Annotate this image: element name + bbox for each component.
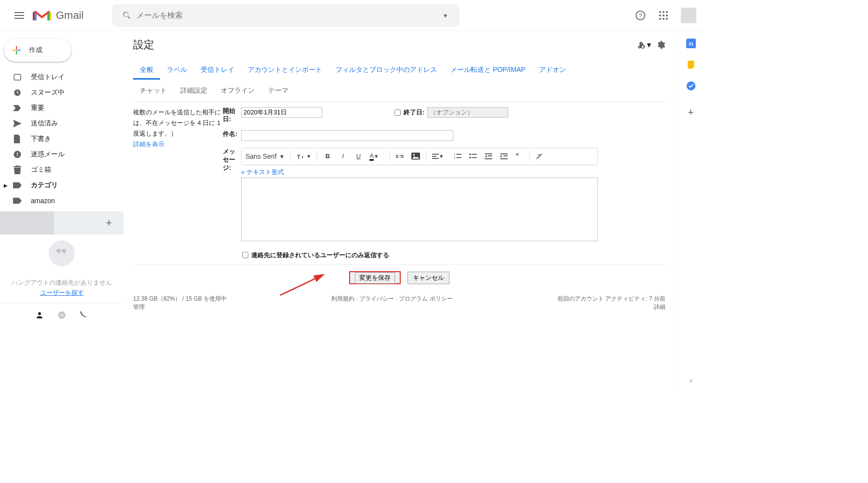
sidebar-item-drafts[interactable]: 下書き	[0, 131, 118, 147]
tab-general[interactable]: 全般	[133, 62, 160, 80]
start-date-label: 開始日:	[223, 107, 241, 124]
remove-format-button[interactable]: T	[533, 150, 547, 163]
link-button[interactable]	[393, 150, 407, 163]
hangouts-chat-icon[interactable]: 99	[57, 311, 66, 319]
sidebar-item-spam[interactable]: !迷惑メール	[0, 147, 118, 162]
support-button[interactable]: ?	[631, 6, 650, 25]
tab-offline[interactable]: オフライン	[214, 83, 261, 99]
underline-button[interactable]: U	[351, 150, 366, 163]
sidebar-item-snoozed[interactable]: スヌーズ中	[0, 85, 118, 100]
contacts-only-checkbox[interactable]	[242, 252, 248, 258]
sidebar-item-categories[interactable]: ▸カテゴリ	[0, 178, 118, 193]
quote-button[interactable]: ”	[512, 150, 527, 163]
text-format-link[interactable]: « テキスト形式	[241, 168, 284, 177]
svg-text:T: T	[301, 155, 304, 160]
message-textarea[interactable]	[241, 178, 598, 241]
hangouts-find-users-link[interactable]: ユーザーを探す	[0, 289, 123, 297]
end-date-input	[427, 107, 508, 118]
svg-rect-12	[17, 50, 21, 51]
svg-rect-32	[472, 154, 477, 155]
hangouts-quote-icon	[49, 240, 75, 266]
sidebar-item-amazon[interactable]: amazon	[0, 193, 118, 208]
gmail-logo[interactable]: Gmail	[33, 9, 83, 22]
caret-right-icon: ▸	[4, 181, 11, 189]
hangouts-phone-icon[interactable]	[80, 311, 88, 319]
terms-link[interactable]: 利用規約	[331, 295, 354, 302]
svg-point-3	[663, 11, 665, 13]
privacy-link[interactable]: プライバシー	[359, 295, 394, 302]
vacation-details-link[interactable]: 詳細を表示	[133, 140, 164, 148]
end-date-label: 終了日:	[404, 108, 424, 117]
tab-themes[interactable]: テーマ	[261, 83, 295, 99]
indent-more-button[interactable]	[497, 150, 511, 163]
subject-label: 件名:	[223, 130, 241, 138]
vacation-helper-text: 複数のメールを送信した相手には、不在メッセージを 4 日に 1 度返します。）	[133, 109, 221, 137]
activity-details-link[interactable]: 詳細	[654, 304, 665, 310]
tab-forwarding[interactable]: メール転送と POP/IMAP	[444, 62, 532, 80]
label-icon	[13, 196, 22, 206]
compose-label: 作成	[29, 46, 42, 55]
tab-chat[interactable]: チャット	[133, 83, 174, 99]
end-date-checkbox[interactable]	[394, 110, 401, 116]
save-button[interactable]: 変更を保存	[355, 272, 395, 284]
font-family-select[interactable]: Sans Serif ▾	[245, 152, 287, 160]
main-menu-button[interactable]	[8, 4, 31, 27]
text-color-button[interactable]: A▾	[366, 150, 387, 163]
apps-grid-button[interactable]	[654, 6, 673, 25]
manage-storage-link[interactable]: 管理	[133, 304, 145, 310]
gmail-text: Gmail	[56, 9, 83, 22]
tab-advanced[interactable]: 詳細設定	[174, 83, 214, 99]
svg-point-8	[659, 18, 661, 20]
policies-link[interactable]: プログラム ポリシー	[399, 295, 452, 302]
get-addons-button[interactable]: +	[688, 106, 694, 119]
sidebar-item-important[interactable]: 重要	[0, 100, 118, 116]
calendar-addon-icon[interactable]: 31	[686, 39, 696, 48]
svg-point-2	[659, 11, 661, 13]
trash-icon	[13, 165, 22, 175]
hangouts-user-row: +	[0, 211, 123, 235]
account-avatar[interactable]	[681, 8, 696, 23]
keep-addon-icon[interactable]	[686, 60, 696, 69]
tab-addons[interactable]: アドオン	[532, 62, 573, 80]
align-button[interactable]: ▾	[429, 150, 449, 163]
tab-accounts[interactable]: アカウントとインポート	[241, 62, 329, 80]
svg-point-19	[38, 312, 41, 315]
indent-less-button[interactable]	[481, 150, 496, 163]
svg-rect-28	[457, 154, 461, 155]
hangouts-new-button[interactable]: +	[106, 217, 112, 229]
settings-gear-icon[interactable]	[656, 40, 665, 50]
compose-button[interactable]: 作成	[4, 39, 71, 62]
input-method-indicator[interactable]: あ ▾	[638, 41, 651, 50]
svg-text:99: 99	[59, 313, 64, 317]
collapse-sidepanel-button[interactable]: ›	[690, 376, 692, 384]
numbered-list-button[interactable]: 12	[450, 150, 465, 163]
sent-icon	[13, 119, 22, 128]
svg-text:2: 2	[454, 156, 456, 159]
search-input[interactable]	[136, 11, 435, 20]
tab-filters[interactable]: フィルタとブロック中のアドレス	[329, 62, 444, 80]
bold-button[interactable]: B	[320, 150, 335, 163]
search-icon[interactable]	[117, 6, 136, 25]
svg-rect-13	[16, 51, 17, 55]
sidebar-item-sent[interactable]: 送信済み	[0, 116, 118, 131]
search-options-dropdown[interactable]: ▾	[435, 12, 455, 19]
tasks-addon-icon[interactable]	[686, 81, 696, 91]
important-icon	[13, 103, 22, 113]
cancel-button[interactable]: キャンセル	[407, 272, 449, 284]
tab-inbox[interactable]: 受信トレイ	[194, 62, 241, 80]
font-size-button[interactable]: TT▾	[294, 150, 314, 163]
storage-text: 12.38 GB（82%） / 15 GB を使用中	[133, 295, 227, 302]
subject-input[interactable]	[241, 130, 453, 141]
start-date-input[interactable]	[241, 107, 322, 118]
italic-button[interactable]: I	[336, 150, 350, 163]
sidebar-item-inbox[interactable]: 受信トレイ	[0, 69, 118, 85]
bullet-list-button[interactable]	[466, 150, 480, 163]
svg-point-25	[413, 154, 415, 156]
hangouts-contacts-icon[interactable]	[35, 311, 44, 319]
format-toolbar: Sans Serif ▾ TT▾ B I U A▾	[241, 148, 598, 165]
tab-labels[interactable]: ラベル	[160, 62, 194, 80]
search-bar[interactable]: ▾	[112, 4, 460, 27]
svg-point-7	[666, 14, 668, 16]
sidebar-item-trash[interactable]: ゴミ箱	[0, 162, 118, 178]
image-button[interactable]	[408, 150, 423, 163]
